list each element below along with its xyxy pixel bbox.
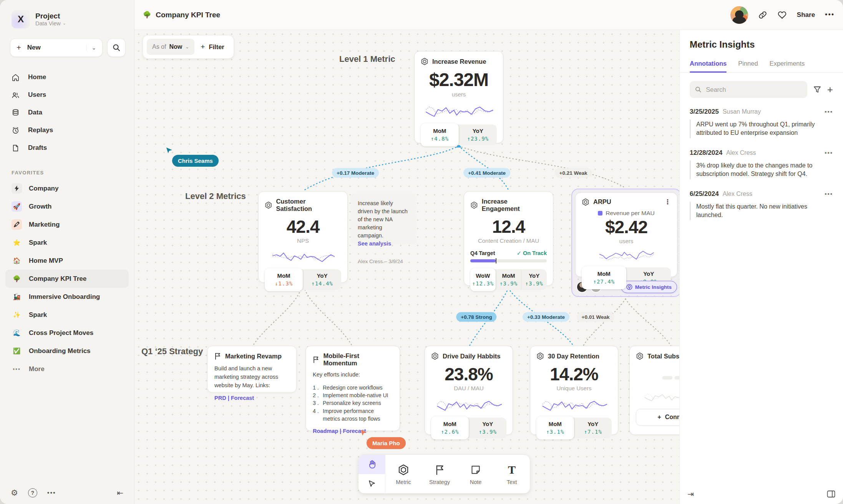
on-track-status: ✓ On Track	[517, 250, 547, 256]
help-icon[interactable]: ?	[28, 488, 37, 497]
cursor-name-tag: Maria Pho	[367, 437, 406, 449]
tab-pinned[interactable]: Pinned	[738, 60, 758, 72]
strategy-card-mobile-first[interactable]: Mobile-First Momentum Key efforts includ…	[305, 346, 400, 431]
chevron-down-icon: ⌄	[185, 44, 189, 50]
metric-card-increase-revenue[interactable]: Increase Revenue $2.32M users MoM↑4.8% Y…	[414, 51, 503, 143]
tab-annotations[interactable]: Annotations	[690, 60, 727, 72]
strategy-card-marketing-revamp[interactable]: Marketing Revamp Build and launch a new …	[207, 346, 297, 393]
sidebar-item-home-mvp[interactable]: 🏠 Home MVP	[5, 252, 129, 270]
sidebar-search-button[interactable]	[107, 38, 126, 57]
metric-card-30-day-retention[interactable]: 30 Day Retention 14.2% Unique Users MoM↑…	[530, 346, 618, 435]
annotation-menu-icon[interactable]: •••	[825, 191, 833, 197]
stat-mom[interactable]: MoM↑3.1%	[536, 416, 574, 439]
add-annotation-icon[interactable]: +	[827, 85, 833, 94]
copy-link-icon[interactable]	[758, 10, 767, 20]
metric-insights-button[interactable]: Metric Insights	[621, 281, 677, 293]
metric-tool-button[interactable]: Metric	[385, 455, 422, 493]
search-input[interactable]	[705, 86, 802, 94]
new-button[interactable]: + New ⌄	[10, 38, 103, 57]
annotation-menu-icon[interactable]: •••	[825, 149, 833, 156]
sparkline	[536, 395, 612, 414]
metric-card-total-subscriptions[interactable]: Total Subscriptions +Connect	[629, 346, 679, 435]
metric-unit: NPS	[265, 237, 341, 244]
collapse-sidebar-icon[interactable]: ⇤	[117, 488, 123, 497]
new-button-label: New	[27, 44, 41, 51]
sidebar: X Project Data View⌄ + New ⌄ Home	[0, 0, 134, 504]
sidebar-item-spark-2[interactable]: ✨ Spark	[5, 306, 129, 324]
project-switcher[interactable]: X Project Data View⌄	[0, 0, 134, 28]
filter-button-label: Filter	[209, 43, 224, 51]
tab-experiments[interactable]: Experiments	[770, 60, 805, 72]
sidebar-item-onboarding-metrics[interactable]: ✅ Onboarding Metrics	[5, 342, 129, 360]
strategy-tool-button[interactable]: Strategy	[422, 455, 458, 493]
add-filter-button[interactable]: + Filter	[198, 43, 226, 51]
note-author: Alex Cress – 3/9/24	[358, 258, 409, 265]
see-analysis-link[interactable]: See analysis	[358, 240, 409, 248]
favorite-heart-icon[interactable]	[777, 10, 787, 19]
card-title: Drive Daily Habbits	[443, 353, 500, 360]
filter-funnel-icon[interactable]	[813, 86, 821, 93]
more-options-icon[interactable]: •••	[47, 489, 56, 496]
as-of-selector[interactable]: As of Now ⌄	[147, 39, 194, 55]
note-card[interactable]: Increase likely driven by the launch of …	[351, 193, 416, 244]
sidebar-item-company-kpi-tree[interactable]: 🌳 Company KPI Tree	[5, 270, 129, 288]
sidebar-item-spark[interactable]: ⭐ Spark	[5, 234, 129, 252]
card-title: Customer Satisfaction	[276, 198, 341, 212]
sidebar-item-label: Data	[28, 109, 42, 116]
metric-card-customer-satisfaction[interactable]: Customer Satisfaction 42.4 NPS MoM↓1.3% …	[258, 191, 348, 283]
metric-value: 42.4	[265, 218, 341, 235]
connect-button[interactable]: +Connect	[636, 409, 679, 426]
stat-mom[interactable]: MoM↑4.8%	[421, 123, 459, 146]
stat-yoy[interactable]: YoY↑23.9%	[459, 124, 497, 145]
sidebar-item-cross-project-moves[interactable]: 🌊 Cross Project Moves	[5, 324, 129, 342]
collapse-panel-icon[interactable]: ⇥	[687, 489, 694, 499]
stat-yoy[interactable]: YoY↑14.4%	[303, 269, 341, 290]
text-tool-button[interactable]: T Text	[494, 455, 530, 493]
hand-tool-button[interactable]	[358, 455, 385, 474]
stat-yoy[interactable]: YoY↑7.1%	[574, 418, 612, 438]
note-tool-button[interactable]: Note	[458, 455, 494, 493]
metric-card-drive-daily-habbits[interactable]: Drive Daily Habbits 23.8% DAU / MAU MoM↑…	[425, 346, 513, 435]
annotation-item[interactable]: 12/28/2024 Alex Cress ••• 3% drop likely…	[680, 138, 843, 179]
annotation-date: 12/28/2024	[690, 149, 722, 157]
stat-mom[interactable]: MoM↑27.4%	[582, 266, 626, 289]
sidebar-item-immersive-onboarding[interactable]: 🚂 Immersive Onboarding	[5, 288, 129, 306]
search-icon	[695, 86, 701, 93]
sidebar-item-users[interactable]: Users	[0, 86, 134, 104]
stat-yoy[interactable]: YoY↑3.9%	[469, 418, 507, 438]
chevron-down-icon[interactable]: ⌄	[86, 45, 96, 51]
annotation-search[interactable]	[690, 81, 807, 98]
sidebar-item-company[interactable]: Company	[5, 179, 129, 197]
strategy-flag-icon	[313, 356, 319, 363]
topbar-more-icon[interactable]: •••	[825, 11, 835, 19]
search-icon	[113, 44, 120, 51]
strategy-links[interactable]: PRD | Forecast	[214, 395, 289, 401]
annotation-author: Alex Cress	[726, 149, 756, 156]
card-menu-icon[interactable]: ⋮	[664, 198, 671, 206]
stat-mom[interactable]: MoM↑2.6%	[431, 416, 469, 439]
stat-mom[interactable]: MoM↑3.9%	[496, 269, 521, 290]
metric-card-arpu[interactable]: ARPU ⋮ Revenue per MAU $2.42 users MoM↑2…	[575, 192, 677, 277]
sidebar-item-replays[interactable]: Replays	[0, 121, 134, 139]
stat-yoy[interactable]: YoY↑3.9%	[521, 269, 547, 290]
sidebar-item-home[interactable]: Home	[0, 68, 134, 86]
settings-gear-icon[interactable]: ⚙	[11, 488, 18, 497]
toggle-panel-icon[interactable]	[827, 490, 835, 498]
share-button[interactable]: Share	[797, 11, 815, 19]
sidebar-item-drafts[interactable]: Drafts	[0, 139, 134, 157]
user-avatar[interactable]	[730, 6, 748, 24]
annotation-item[interactable]: 6/25/2024 Alex Cress ••• Mostly flat thi…	[680, 179, 843, 220]
metric-card-increase-engagement[interactable]: Increase Engagement 12.4 Content Creatio…	[464, 191, 553, 286]
sidebar-item-data[interactable]: Data	[0, 104, 134, 121]
stat-mom[interactable]: MoM↓1.3%	[265, 268, 303, 291]
stat-wow[interactable]: WoW↑12.3%	[470, 268, 496, 291]
kpi-tree-canvas[interactable]: As of Now ⌄ + Filter Level 1 Metric Leve…	[134, 30, 679, 504]
text-icon: T	[508, 463, 516, 476]
annotation-menu-icon[interactable]: •••	[825, 108, 833, 115]
sidebar-item-more[interactable]: ••• More	[5, 360, 129, 378]
sidebar-item-growth[interactable]: 🚀 Growth	[5, 197, 129, 216]
annotation-item[interactable]: 3/25/2025 Susan Murray ••• ARPU went up …	[680, 101, 843, 138]
metric-hexagon-icon	[431, 352, 439, 360]
sidebar-item-marketing[interactable]: 🖍 Marketing	[5, 216, 129, 234]
select-tool-button[interactable]	[358, 474, 385, 493]
